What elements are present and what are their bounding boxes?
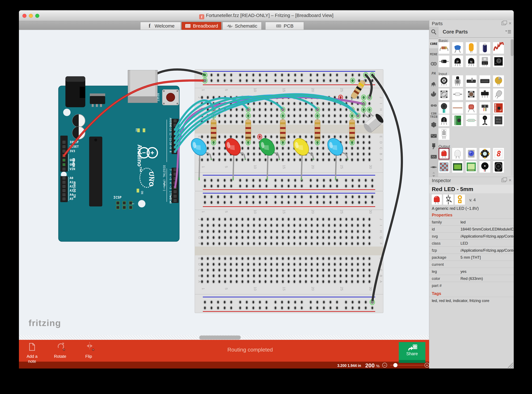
- parts-bin-ic-analog-icon[interactable]: [429, 131, 438, 140]
- parts-bin-core[interactable]: CORE: [429, 39, 438, 48]
- part-dip-switch[interactable]: [480, 75, 490, 87]
- part-inductor[interactable]: [493, 42, 504, 54]
- part-transistor-npn[interactable]: N: [466, 56, 477, 67]
- zoom-percent-value[interactable]: 200: [365, 362, 375, 368]
- part-force-sensor[interactable]: [438, 102, 449, 114]
- part-lcd-character[interactable]: [452, 161, 463, 173]
- part-flex-sensor[interactable]: [452, 102, 463, 114]
- parts-bin-sparkfun-logo[interactable]: [429, 90, 438, 99]
- part-trim-potentiometer[interactable]: [438, 75, 449, 87]
- part-photoresistor[interactable]: [466, 102, 477, 114]
- part-red-led[interactable]: [438, 148, 449, 160]
- part-pushbutton[interactable]: [466, 88, 477, 100]
- tab-pcb[interactable]: PCB: [265, 22, 304, 30]
- parts-bin-arduino-logo[interactable]: [429, 59, 438, 68]
- breadboard-view-canvas[interactable]: JJIIHHGGFFEEDDCCBBAA15101520253015101520…: [19, 30, 429, 340]
- parts-scrollbar-thumb[interactable]: [511, 39, 514, 56]
- rotate-button[interactable]: Rotate: [50, 354, 70, 359]
- add-note-button[interactable]: Add a note: [22, 354, 42, 364]
- rotate-icon[interactable]: [56, 342, 66, 352]
- led-breadboard-icon[interactable]: [432, 194, 442, 205]
- zoom-in-button[interactable]: +: [425, 363, 429, 368]
- close-panel-icon[interactable]: ×: [509, 179, 511, 182]
- zoom-out-button[interactable]: −: [382, 363, 387, 368]
- property-value[interactable]: /Applications/Fritzing.app/Contents/M: [460, 234, 513, 238]
- part-diode[interactable]: [438, 56, 449, 67]
- property-value[interactable]: yes: [460, 269, 513, 274]
- part-rotary-switch[interactable]: [438, 88, 449, 100]
- parts-bin-adafruit-logo[interactable]: [429, 120, 438, 129]
- canvas-hscrollbar-thumb[interactable]: [199, 336, 241, 339]
- led-schematic-icon[interactable]: [443, 194, 454, 205]
- part-resistor[interactable]: [438, 42, 449, 54]
- part-microswitch[interactable]: [480, 88, 490, 100]
- part-piezo-disc[interactable]: [493, 75, 504, 87]
- part-electret-mic[interactable]: [480, 115, 490, 126]
- led-pcb-icon[interactable]: [454, 194, 465, 205]
- part-mosfet[interactable]: FET P: [480, 56, 490, 67]
- tab-label: PCB: [284, 23, 294, 29]
- part-electrolytic-capacitor[interactable]: [480, 42, 490, 54]
- flip-button[interactable]: Flip: [79, 354, 99, 359]
- parts-bin-mine[interactable]: MINE: [429, 50, 438, 59]
- part-tilt-switch[interactable]: [493, 88, 504, 100]
- property-value[interactable]: 18440 5mmColorLEDModuleID Icon: [460, 227, 513, 231]
- part-speaker[interactable]: [493, 161, 504, 173]
- parts-bin-seeed-logo[interactable]: [429, 101, 438, 110]
- part-white-led[interactable]: [452, 148, 463, 160]
- part-seven-segment[interactable]: 8: [493, 148, 504, 160]
- property-value[interactable]: 5 mm [THT]: [460, 255, 513, 260]
- svg-text:J: J: [379, 218, 383, 220]
- float-panel-icon[interactable]: [501, 179, 506, 182]
- tab-schematic[interactable]: Schematic: [223, 22, 261, 30]
- part-reed-switch[interactable]: [466, 115, 477, 126]
- parts-search-tab[interactable]: [429, 27, 438, 37]
- float-panel-icon[interactable]: [501, 22, 506, 25]
- parts-bin-con-trib[interactable]: CON TRIB: [429, 111, 438, 119]
- svg-text:J: J: [198, 218, 201, 220]
- svg-text:C: C: [379, 147, 383, 149]
- property-value[interactable]: Red (633nm): [460, 276, 513, 281]
- zoom-slider-knob[interactable]: [393, 363, 397, 367]
- svg-text:10: 10: [253, 88, 257, 92]
- window-resize-grip[interactable]: [507, 362, 514, 368]
- part-slide-potentiometer[interactable]: [466, 75, 477, 87]
- flip-icon[interactable]: [85, 342, 95, 352]
- svg-text:20: 20: [311, 165, 315, 169]
- part-led-ring[interactable]: [480, 148, 490, 160]
- part-rfid-id12[interactable]: RFIDID12: [493, 115, 504, 126]
- part-blue-lamp[interactable]: [466, 148, 477, 160]
- svg-text:A: A: [379, 159, 383, 161]
- part-ir-proximity[interactable]: [480, 102, 490, 114]
- parts-scrollbar-track[interactable]: [511, 38, 514, 176]
- parts-bin-ic-digital-icon[interactable]: [429, 152, 438, 161]
- part-ceramic-capacitor[interactable]: [452, 42, 463, 54]
- parts-bin-plug-icon[interactable]: [429, 142, 438, 151]
- part-accel-breakout[interactable]: [493, 102, 504, 114]
- part-led-matrix[interactable]: [438, 161, 449, 173]
- part-film-capacitor[interactable]: [466, 42, 477, 54]
- parts-bin-picaxe-logo[interactable]: [429, 79, 438, 88]
- parts-menu-icon[interactable]: [505, 30, 511, 35]
- part-toggle-switch[interactable]: [452, 88, 463, 100]
- circuit-drawing[interactable]: JJIIHHGGFFEEDDCCBBAA15101520253015101520…: [19, 30, 429, 340]
- property-value[interactable]: LED: [460, 241, 513, 246]
- part-version[interactable]: v. 4: [469, 197, 476, 202]
- tab-breadboard[interactable]: Breadboard: [182, 22, 221, 30]
- close-panel-icon[interactable]: ×: [509, 22, 511, 25]
- part-mystery-part[interactable]: ??: [493, 56, 504, 67]
- part-transistor-pnp[interactable]: P: [452, 56, 463, 67]
- part-lcd-graphic[interactable]: [466, 161, 477, 173]
- part-rotary-potentiometer[interactable]: [452, 75, 463, 87]
- svg-text:G: G: [379, 236, 383, 239]
- part-humidity-board[interactable]: [452, 115, 463, 126]
- share-button[interactable]: Share: [399, 342, 425, 363]
- tab-welcome[interactable]: f Welcome: [140, 22, 181, 30]
- part-piezo-buzzer[interactable]: [480, 161, 490, 173]
- property-value[interactable]: led: [460, 220, 513, 224]
- add-note-icon[interactable]: [27, 342, 37, 352]
- part-dht-sensor[interactable]: [438, 128, 449, 140]
- property-value[interactable]: /Applications/Fritzing.app/Contents/M: [460, 248, 513, 253]
- parts-bin-parallax-logo[interactable]: PA: [429, 69, 438, 78]
- part-lm35-temp[interactable]: LM35: [438, 115, 449, 126]
